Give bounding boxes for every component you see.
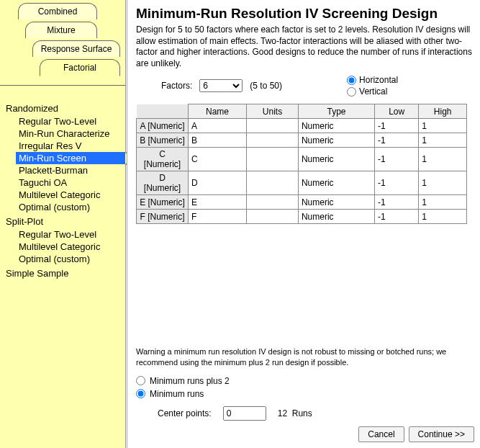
radio-horizontal[interactable] [347, 76, 356, 85]
sidebar-item[interactable]: Optimal (custom) [16, 253, 125, 265]
orientation-vertical-label: Vertical [359, 86, 387, 97]
table-row: F [Numeric]FNumeric-11 [137, 210, 467, 224]
page-description: Design for 5 to 50 factors where each fa… [136, 24, 476, 69]
cell-low[interactable]: -1 [375, 119, 419, 133]
factors-label: Factors: [161, 81, 192, 91]
table-row: B [Numeric]BNumeric-11 [137, 133, 467, 148]
factors-table: NameUnitsTypeLowHighA [Numeric]ANumeric-… [136, 104, 467, 224]
run-options: Minimum runs plus 2 Minimum runs [136, 376, 476, 399]
sidebar-item[interactable]: Taguchi OA [16, 176, 125, 189]
table-row: D [Numeric]DNumeric-11 [137, 171, 467, 195]
cell-type[interactable]: Numeric [298, 171, 374, 195]
sidebar-item[interactable]: Plackett-Burman [16, 164, 125, 176]
column-header: High [419, 104, 467, 119]
column-header: Low [375, 104, 419, 119]
page-title: Minimum-Run Resolution IV Screening Desi… [136, 6, 476, 22]
cell-name[interactable]: E [189, 195, 247, 210]
cell-units[interactable] [247, 148, 299, 171]
sidebar-item[interactable]: Min-Run Screen [16, 152, 125, 164]
design-type-tabs: Combined Mixture Response Surface Factor… [0, 0, 125, 85]
column-header: Units [247, 104, 299, 119]
sidebar-group: Simple Sample [6, 268, 125, 279]
cell-high[interactable]: 1 [419, 171, 467, 195]
row-header[interactable]: F [Numeric] [137, 210, 189, 224]
cell-name[interactable]: B [189, 133, 247, 148]
cell-units[interactable] [247, 133, 299, 148]
sidebar-item[interactable]: Irregular Res V [16, 140, 125, 152]
option-min-runs[interactable]: Minimum runs [136, 389, 476, 399]
radio-min-plus-2[interactable] [136, 376, 145, 385]
cell-low[interactable]: -1 [375, 210, 419, 224]
option-min-runs-label: Minimum runs [150, 389, 204, 399]
center-points-row: Center points: 12 Runs [158, 406, 476, 421]
sidebar-item[interactable]: Regular Two-Level [16, 115, 125, 127]
tab-response-surface[interactable]: Response Surface [32, 40, 120, 57]
sidebar: Combined Mixture Response Surface Factor… [0, 0, 126, 448]
cell-units[interactable] [247, 119, 299, 133]
sidebar-group: Split-Plot [6, 216, 125, 227]
row-header[interactable]: B [Numeric] [137, 133, 189, 148]
cell-type[interactable]: Numeric [298, 195, 374, 210]
cell-type[interactable]: Numeric [298, 210, 374, 224]
cell-name[interactable]: C [189, 148, 247, 171]
row-header[interactable]: E [Numeric] [137, 195, 189, 210]
orientation-vertical[interactable]: Vertical [347, 86, 398, 97]
main-panel: Minimum-Run Resolution IV Screening Desi… [127, 0, 480, 448]
cell-low[interactable]: -1 [375, 195, 419, 210]
cell-high[interactable]: 1 [419, 195, 467, 210]
cell-low[interactable]: -1 [375, 171, 419, 195]
center-points-label: Center points: [158, 408, 212, 418]
table-corner [137, 104, 189, 119]
option-min-plus-2-label: Minimum runs plus 2 [150, 376, 230, 386]
table-row: C [Numeric]CNumeric-11 [137, 148, 467, 171]
factors-range-hint: (5 to 50) [250, 81, 282, 91]
row-header[interactable]: A [Numeric] [137, 119, 189, 133]
center-points-input[interactable] [223, 406, 266, 421]
option-min-plus-2[interactable]: Minimum runs plus 2 [136, 376, 476, 386]
cell-units[interactable] [247, 195, 299, 210]
radio-vertical[interactable] [347, 87, 356, 97]
cell-type[interactable]: Numeric [298, 148, 374, 171]
cell-units[interactable] [247, 210, 299, 224]
tab-factorial[interactable]: Factorial [40, 59, 120, 76]
sidebar-item[interactable]: Optimal (custom) [16, 201, 125, 213]
cell-units[interactable] [247, 171, 299, 195]
continue-button[interactable]: Continue >> [409, 426, 474, 442]
sidebar-item[interactable]: Regular Two-Level [16, 228, 125, 241]
orientation-horizontal[interactable]: Horizontal [347, 75, 398, 85]
row-header[interactable]: D [Numeric] [137, 171, 189, 195]
cell-low[interactable]: -1 [375, 133, 419, 148]
cell-name[interactable]: D [189, 171, 247, 195]
cell-name[interactable]: A [189, 119, 247, 133]
cell-type[interactable]: Numeric [298, 133, 374, 148]
row-header[interactable]: C [Numeric] [137, 148, 189, 171]
orientation-group: Horizontal Vertical [347, 75, 398, 97]
cell-high[interactable]: 1 [419, 210, 467, 224]
tab-combined[interactable]: Combined [18, 3, 97, 19]
table-row: A [Numeric]ANumeric-11 [137, 119, 467, 133]
cell-high[interactable]: 1 [419, 119, 467, 133]
design-nav: RandomizedRegular Two-LevelMin-Run Chara… [0, 85, 125, 448]
sidebar-item[interactable]: Multilevel Categoric [16, 241, 125, 253]
cell-high[interactable]: 1 [419, 148, 467, 171]
sidebar-item[interactable]: Min-Run Characterize [16, 127, 125, 140]
radio-min-runs[interactable] [136, 389, 145, 398]
sidebar-group: Randomized [6, 103, 125, 114]
table-row: E [Numeric]ENumeric-11 [137, 195, 467, 210]
column-header: Name [189, 104, 247, 119]
cancel-button[interactable]: Cancel [358, 426, 404, 442]
cell-high[interactable]: 1 [419, 133, 467, 148]
warning-text: Warning a minimum run resolution IV desi… [136, 346, 476, 367]
factors-dropdown[interactable]: 6 [199, 79, 243, 92]
sidebar-item[interactable]: Multilevel Categoric [16, 189, 125, 201]
cell-name[interactable]: F [189, 210, 247, 224]
cell-low[interactable]: -1 [375, 148, 419, 171]
cell-type[interactable]: Numeric [298, 119, 374, 133]
tab-mixture[interactable]: Mixture [25, 22, 97, 38]
runs-count: 12 [278, 408, 287, 418]
factors-row: Factors: 6 (5 to 50) Horizontal Vertical [161, 75, 476, 97]
orientation-horizontal-label: Horizontal [359, 75, 398, 85]
column-header: Type [298, 104, 374, 119]
button-bar: Cancel Continue >> [358, 426, 474, 442]
runs-label: Runs [292, 408, 312, 418]
